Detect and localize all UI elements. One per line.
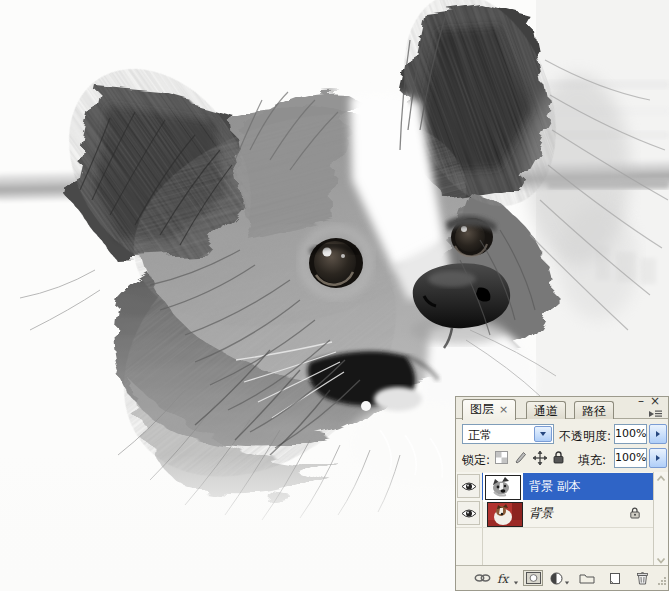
tab-paths[interactable]: 路径 (574, 401, 614, 419)
chevron-right-icon (656, 431, 660, 437)
link-layers-icon[interactable] (472, 570, 492, 586)
lock-paint-icon[interactable] (513, 450, 528, 465)
blend-mode-dropdown-button[interactable] (534, 426, 552, 442)
chevron-down-icon (514, 581, 518, 584)
lock-buttons (494, 450, 566, 465)
fill-label: 填充: (578, 452, 606, 469)
layer-thumbnail[interactable] (487, 502, 523, 527)
panel-resize-grip[interactable] (656, 575, 667, 589)
layer-locked-icon (630, 507, 640, 522)
layers-panel: 图层× 通道 路径 – × 正常 不透明度: 100% 锁定: (455, 396, 669, 591)
chevron-down-icon (540, 432, 546, 436)
grayscale-dog-thumbnail (486, 476, 520, 499)
tab-layers[interactable]: 图层× (462, 399, 516, 420)
chevron-down-icon (565, 581, 569, 584)
chevron-right-icon (656, 455, 660, 461)
opacity-label: 不透明度: (559, 428, 611, 445)
adjustment-layer-icon[interactable] (549, 570, 571, 586)
visibility-toggle[interactable] (457, 501, 480, 525)
panel-menu-icon (648, 408, 663, 418)
lock-label: 锁定: (462, 452, 490, 469)
visibility-toggle[interactable] (457, 474, 480, 498)
layer-name: 背景 (529, 500, 553, 527)
fill-field[interactable]: 100% (614, 448, 647, 468)
scroll-down-icon[interactable] (656, 557, 666, 564)
row-divider (456, 527, 655, 528)
opacity-field[interactable]: 100% (614, 424, 647, 444)
blend-mode-value: 正常 (468, 427, 492, 443)
lock-position-icon[interactable] (532, 450, 547, 465)
panel-menu-button[interactable] (644, 407, 666, 419)
layer-style-icon[interactable]: fx (497, 570, 519, 586)
panel-close-button[interactable]: × (650, 396, 660, 407)
eye-icon (461, 508, 477, 519)
fill-slider-button[interactable] (649, 448, 667, 468)
layer-list: 背景 副本 背景 (456, 472, 668, 567)
tab-paths-label: 路径 (582, 404, 606, 418)
panel-minimize-button[interactable]: – (638, 396, 644, 407)
layer-name: 背景 副本 (529, 473, 581, 500)
new-layer-icon[interactable] (605, 570, 625, 586)
svg-text:fx: fx (497, 572, 509, 585)
panel-tabbar: 图层× 通道 路径 – × (456, 397, 668, 419)
panel-controls: 正常 不透明度: 100% 锁定: 填充: 100% (456, 419, 668, 473)
tab-layers-label: 图层 (470, 402, 494, 416)
lock-all-icon[interactable] (551, 450, 566, 465)
opacity-slider-button[interactable] (649, 424, 667, 444)
layer-thumbnail[interactable] (485, 475, 521, 500)
layer-row-background[interactable]: 背景 (456, 500, 655, 527)
new-group-icon[interactable] (577, 570, 597, 586)
scroll-up-icon[interactable] (656, 475, 666, 482)
tab-channels[interactable]: 通道 (526, 401, 566, 419)
delete-layer-icon[interactable] (632, 570, 652, 586)
layer-mask-icon[interactable] (523, 570, 543, 586)
layer-list-scrollbar[interactable] (653, 472, 668, 567)
layer-row-background-copy[interactable]: 背景 副本 (456, 473, 655, 500)
color-dog-thumbnail (488, 503, 522, 526)
tab-close-icon[interactable]: × (499, 403, 508, 416)
tab-channels-label: 通道 (534, 404, 558, 418)
panel-bottom-bar: fx (456, 565, 668, 590)
lock-transparency-icon[interactable] (494, 450, 509, 465)
eye-icon (461, 481, 477, 492)
blend-mode-select[interactable]: 正常 (462, 424, 554, 444)
